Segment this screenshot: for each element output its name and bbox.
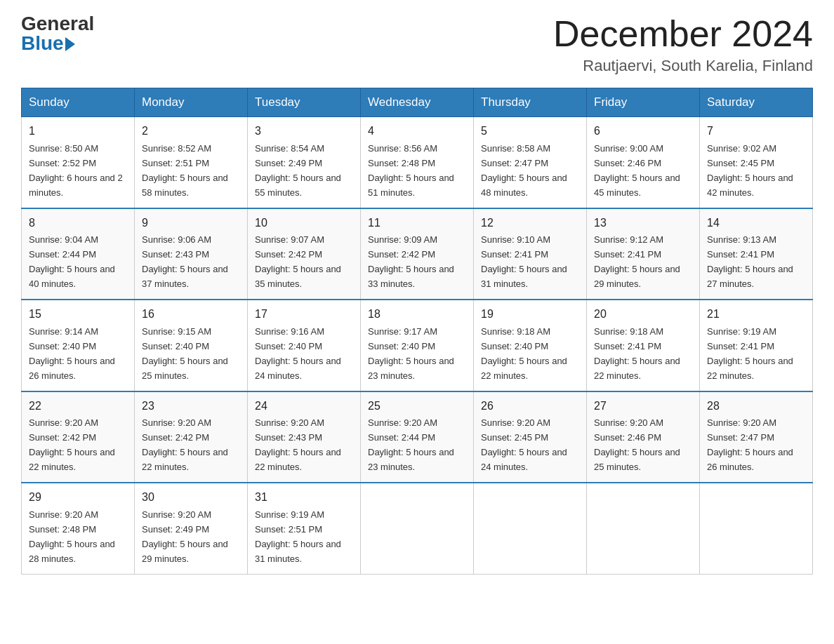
header-tuesday: Tuesday xyxy=(248,88,361,117)
calendar-week-row: 8 Sunrise: 9:04 AMSunset: 2:44 PMDayligh… xyxy=(22,208,813,300)
day-number: 8 xyxy=(29,215,127,232)
calendar-week-row: 1 Sunrise: 8:50 AMSunset: 2:52 PMDayligh… xyxy=(22,117,813,208)
logo-triangle-icon xyxy=(65,37,75,51)
month-title: December 2024 xyxy=(553,14,813,54)
day-info: Sunrise: 9:10 AMSunset: 2:41 PMDaylight:… xyxy=(481,234,567,289)
header-wednesday: Wednesday xyxy=(361,88,474,117)
header-thursday: Thursday xyxy=(474,88,587,117)
calendar-table: Sunday Monday Tuesday Wednesday Thursday… xyxy=(21,88,813,574)
day-info: Sunrise: 9:20 AMSunset: 2:42 PMDaylight:… xyxy=(142,417,228,472)
day-info: Sunrise: 9:18 AMSunset: 2:41 PMDaylight:… xyxy=(594,326,680,381)
day-number: 11 xyxy=(368,215,466,232)
day-number: 19 xyxy=(481,306,579,323)
day-number: 4 xyxy=(368,123,466,140)
calendar-cell: 2 Sunrise: 8:52 AMSunset: 2:51 PMDayligh… xyxy=(135,117,248,208)
day-info: Sunrise: 9:20 AMSunset: 2:48 PMDaylight:… xyxy=(29,509,115,564)
day-number: 29 xyxy=(29,489,127,507)
calendar-cell: 9 Sunrise: 9:06 AMSunset: 2:43 PMDayligh… xyxy=(135,208,248,300)
day-info: Sunrise: 8:58 AMSunset: 2:47 PMDaylight:… xyxy=(481,143,567,198)
day-info: Sunrise: 9:20 AMSunset: 2:47 PMDaylight:… xyxy=(707,417,793,472)
day-info: Sunrise: 8:52 AMSunset: 2:51 PMDaylight:… xyxy=(142,143,228,198)
day-number: 23 xyxy=(142,398,240,415)
day-info: Sunrise: 9:13 AMSunset: 2:41 PMDaylight:… xyxy=(707,234,793,289)
calendar-cell: 15 Sunrise: 9:14 AMSunset: 2:40 PMDaylig… xyxy=(22,300,135,391)
day-number: 2 xyxy=(142,123,240,140)
day-number: 16 xyxy=(142,306,240,323)
calendar-cell: 10 Sunrise: 9:07 AMSunset: 2:42 PMDaylig… xyxy=(248,208,361,300)
title-area: December 2024 Rautjaervi, South Karelia,… xyxy=(553,14,813,75)
calendar-cell: 18 Sunrise: 9:17 AMSunset: 2:40 PMDaylig… xyxy=(361,300,474,391)
calendar-cell: 22 Sunrise: 9:20 AMSunset: 2:42 PMDaylig… xyxy=(22,391,135,483)
day-info: Sunrise: 9:20 AMSunset: 2:43 PMDaylight:… xyxy=(255,417,341,472)
day-number: 3 xyxy=(255,123,353,140)
day-number: 9 xyxy=(142,215,240,232)
day-number: 25 xyxy=(368,398,466,415)
day-number: 14 xyxy=(707,215,805,232)
calendar-week-row: 15 Sunrise: 9:14 AMSunset: 2:40 PMDaylig… xyxy=(22,300,813,391)
day-info: Sunrise: 8:50 AMSunset: 2:52 PMDaylight:… xyxy=(29,143,123,198)
day-number: 15 xyxy=(29,306,127,323)
calendar-cell: 13 Sunrise: 9:12 AMSunset: 2:41 PMDaylig… xyxy=(587,208,700,300)
day-number: 24 xyxy=(255,398,353,415)
logo-general-text: General xyxy=(21,14,94,34)
day-info: Sunrise: 9:20 AMSunset: 2:46 PMDaylight:… xyxy=(594,417,680,472)
calendar-cell: 8 Sunrise: 9:04 AMSunset: 2:44 PMDayligh… xyxy=(22,208,135,300)
calendar-cell: 11 Sunrise: 9:09 AMSunset: 2:42 PMDaylig… xyxy=(361,208,474,300)
day-info: Sunrise: 9:04 AMSunset: 2:44 PMDaylight:… xyxy=(29,234,115,289)
day-info: Sunrise: 9:07 AMSunset: 2:42 PMDaylight:… xyxy=(255,234,341,289)
day-number: 28 xyxy=(707,398,805,415)
calendar-cell: 21 Sunrise: 9:19 AMSunset: 2:41 PMDaylig… xyxy=(700,300,813,391)
day-info: Sunrise: 9:16 AMSunset: 2:40 PMDaylight:… xyxy=(255,326,341,381)
header-sunday: Sunday xyxy=(22,88,135,117)
calendar-cell: 29 Sunrise: 9:20 AMSunset: 2:48 PMDaylig… xyxy=(22,483,135,574)
calendar-week-row: 22 Sunrise: 9:20 AMSunset: 2:42 PMDaylig… xyxy=(22,391,813,483)
calendar-cell xyxy=(587,483,700,574)
day-info: Sunrise: 9:17 AMSunset: 2:40 PMDaylight:… xyxy=(368,326,454,381)
day-info: Sunrise: 9:18 AMSunset: 2:40 PMDaylight:… xyxy=(481,326,567,381)
calendar-cell: 16 Sunrise: 9:15 AMSunset: 2:40 PMDaylig… xyxy=(135,300,248,391)
calendar-cell: 12 Sunrise: 9:10 AMSunset: 2:41 PMDaylig… xyxy=(474,208,587,300)
calendar-cell: 7 Sunrise: 9:02 AMSunset: 2:45 PMDayligh… xyxy=(700,117,813,208)
calendar-cell: 17 Sunrise: 9:16 AMSunset: 2:40 PMDaylig… xyxy=(248,300,361,391)
page-header: General Blue December 2024 Rautjaervi, S… xyxy=(21,14,813,75)
calendar-cell: 23 Sunrise: 9:20 AMSunset: 2:42 PMDaylig… xyxy=(135,391,248,483)
header-monday: Monday xyxy=(135,88,248,117)
day-number: 13 xyxy=(594,215,692,232)
calendar-cell: 26 Sunrise: 9:20 AMSunset: 2:45 PMDaylig… xyxy=(474,391,587,483)
day-info: Sunrise: 9:14 AMSunset: 2:40 PMDaylight:… xyxy=(29,326,115,381)
calendar-cell xyxy=(361,483,474,574)
weekday-header-row: Sunday Monday Tuesday Wednesday Thursday… xyxy=(22,88,813,117)
day-info: Sunrise: 8:56 AMSunset: 2:48 PMDaylight:… xyxy=(368,143,454,198)
day-info: Sunrise: 9:15 AMSunset: 2:40 PMDaylight:… xyxy=(142,326,228,381)
header-friday: Friday xyxy=(587,88,700,117)
day-info: Sunrise: 9:02 AMSunset: 2:45 PMDaylight:… xyxy=(707,143,793,198)
location-title: Rautjaervi, South Karelia, Finland xyxy=(553,57,813,75)
calendar-cell: 3 Sunrise: 8:54 AMSunset: 2:49 PMDayligh… xyxy=(248,117,361,208)
day-number: 17 xyxy=(255,306,353,323)
calendar-week-row: 29 Sunrise: 9:20 AMSunset: 2:48 PMDaylig… xyxy=(22,483,813,574)
day-info: Sunrise: 9:19 AMSunset: 2:51 PMDaylight:… xyxy=(255,509,341,564)
day-number: 21 xyxy=(707,306,805,323)
day-number: 6 xyxy=(594,123,692,140)
calendar-cell xyxy=(700,483,813,574)
day-number: 18 xyxy=(368,306,466,323)
calendar-cell: 6 Sunrise: 9:00 AMSunset: 2:46 PMDayligh… xyxy=(587,117,700,208)
day-number: 22 xyxy=(29,398,127,415)
day-number: 5 xyxy=(481,123,579,140)
day-number: 27 xyxy=(594,398,692,415)
day-info: Sunrise: 9:00 AMSunset: 2:46 PMDaylight:… xyxy=(594,143,680,198)
day-number: 26 xyxy=(481,398,579,415)
day-info: Sunrise: 9:20 AMSunset: 2:42 PMDaylight:… xyxy=(29,417,115,472)
calendar-cell: 28 Sunrise: 9:20 AMSunset: 2:47 PMDaylig… xyxy=(700,391,813,483)
calendar-cell: 25 Sunrise: 9:20 AMSunset: 2:44 PMDaylig… xyxy=(361,391,474,483)
calendar-cell: 5 Sunrise: 8:58 AMSunset: 2:47 PMDayligh… xyxy=(474,117,587,208)
day-number: 31 xyxy=(255,489,353,507)
calendar-cell: 14 Sunrise: 9:13 AMSunset: 2:41 PMDaylig… xyxy=(700,208,813,300)
calendar-cell: 27 Sunrise: 9:20 AMSunset: 2:46 PMDaylig… xyxy=(587,391,700,483)
logo-blue-text: Blue xyxy=(21,34,75,53)
day-number: 20 xyxy=(594,306,692,323)
day-info: Sunrise: 9:19 AMSunset: 2:41 PMDaylight:… xyxy=(707,326,793,381)
day-number: 1 xyxy=(29,123,127,140)
header-saturday: Saturday xyxy=(700,88,813,117)
calendar-cell: 20 Sunrise: 9:18 AMSunset: 2:41 PMDaylig… xyxy=(587,300,700,391)
